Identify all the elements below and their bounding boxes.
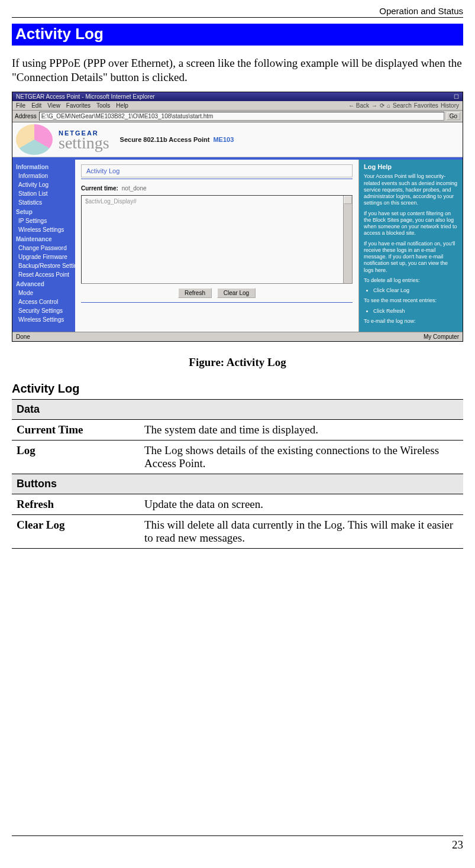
- browser-addressbar: Address E:\G_OEM\NetGear\ME103B82_1\O\ME…: [12, 111, 463, 122]
- running-header: Operation and Status: [12, 6, 463, 16]
- home-icon[interactable]: ⌂: [387, 102, 390, 109]
- intro-paragraph: If using PPPoE (PPP over Ethernet), a sc…: [12, 56, 463, 85]
- menu-edit[interactable]: Edit: [31, 102, 41, 109]
- log-text: $activLog_Display#: [85, 198, 137, 205]
- help-p2: If you have set up content filtering on …: [364, 210, 458, 237]
- browser-statusbar: Done My Computer: [12, 332, 463, 341]
- row-val-log: The Log shows details of the existing co…: [140, 441, 463, 474]
- brand-settings-label: settings: [59, 137, 109, 150]
- address-input[interactable]: E:\G_OEM\NetGear\ME103B82_1\O\ME103_108\…: [39, 112, 444, 121]
- netgear-logo-icon: [16, 124, 53, 155]
- center-panel: Activity Log Current time: not_done $act…: [75, 160, 359, 332]
- footer-rule: [12, 835, 463, 836]
- scrollbar[interactable]: [343, 196, 352, 283]
- product-line: Secure 802.11b Access Point: [120, 136, 210, 143]
- sidebar-header-maintenance: Maintenance: [12, 234, 75, 244]
- sidebar-item-security-settings[interactable]: Security Settings: [12, 306, 75, 315]
- sidebar-item-activity-log[interactable]: Activity Log: [12, 180, 75, 189]
- menu-favorites[interactable]: Favorites: [66, 102, 91, 109]
- row-key-clear-log: Clear Log: [12, 515, 140, 549]
- page-number: 23: [12, 838, 463, 851]
- clear-log-button[interactable]: Clear Log: [217, 288, 256, 298]
- help-p4: To delete all log entries:: [364, 277, 458, 284]
- help-panel: Log Help Your Access Point will log secu…: [359, 160, 463, 332]
- menu-help[interactable]: Help: [116, 102, 128, 109]
- sidebar-item-information[interactable]: Information: [12, 171, 75, 180]
- current-time-label: Current time:: [81, 185, 118, 192]
- row-val-clear-log: This will delete all data currently in t…: [140, 515, 463, 549]
- row-key-log: Log: [12, 441, 140, 474]
- sidebar-item-ip-settings[interactable]: IP Settings: [12, 216, 75, 225]
- status-left: Done: [16, 333, 30, 340]
- activity-log-table: Data Current Time The system date and ti…: [12, 399, 463, 549]
- go-button[interactable]: Go: [447, 112, 460, 120]
- help-p5: To see the most recent entries:: [364, 297, 458, 304]
- browser-menubar: File Edit View Favorites Tools Help ← Ba…: [12, 101, 463, 111]
- sidebar-item-statistics[interactable]: Statistics: [12, 198, 75, 207]
- activity-log-screenshot: NETGEAR Access Point - Microsoft Interne…: [12, 92, 463, 342]
- table-row: Current Time The system date and time is…: [12, 420, 463, 441]
- favorites-button[interactable]: Favorites: [414, 102, 438, 109]
- sidebar-item-reset-access-point[interactable]: Reset Access Point: [12, 270, 75, 279]
- table-row: Log The Log shows details of the existin…: [12, 441, 463, 474]
- current-time-value: not_done: [122, 185, 147, 192]
- figure-caption: Figure: Activity Log: [12, 356, 463, 369]
- forward-button[interactable]: →: [371, 102, 377, 109]
- help-p3: If you have e-mail notification on, you'…: [364, 241, 458, 274]
- menu-tools[interactable]: Tools: [96, 102, 110, 109]
- sidebar-header-advanced: Advanced: [12, 279, 75, 289]
- divider: [81, 179, 353, 179]
- page-title: Activity Log: [12, 24, 463, 46]
- sidebar-nav: Information Information Activity Log Sta…: [12, 160, 75, 332]
- menu-file[interactable]: File: [16, 102, 25, 109]
- table-row: Clear Log This will delete all data curr…: [12, 515, 463, 549]
- close-icon: ☐: [454, 93, 459, 100]
- refresh-button[interactable]: Refresh: [178, 288, 212, 298]
- help-bullet-refresh: Click Refresh: [373, 308, 458, 315]
- help-title: Log Help: [364, 163, 458, 171]
- menu-view[interactable]: View: [47, 102, 60, 109]
- address-label: Address: [15, 113, 37, 119]
- product-model: ME103: [213, 136, 234, 143]
- sidebar-item-access-control[interactable]: Access Control: [12, 297, 75, 306]
- sidebar-header-information: Information: [12, 162, 75, 171]
- table-section-data: Data: [12, 400, 463, 420]
- sidebar-item-wireless-settings[interactable]: Wireless Settings: [12, 225, 75, 234]
- status-right: My Computer: [424, 333, 459, 340]
- table-section-buttons: Buttons: [12, 474, 463, 494]
- sidebar-item-station-list[interactable]: Station List: [12, 189, 75, 198]
- history-button[interactable]: History: [441, 102, 459, 109]
- help-p1: Your Access Point will log security-rela…: [364, 173, 458, 206]
- sidebar-item-mode[interactable]: Mode: [12, 289, 75, 297]
- sidebar-item-change-password[interactable]: Change Password: [12, 244, 75, 252]
- sidebar-item-backup-restore[interactable]: Backup/Restore Settings: [12, 261, 75, 270]
- log-textarea[interactable]: $activLog_Display#: [81, 195, 353, 284]
- help-bullet-clear: Click Clear Log: [373, 287, 458, 294]
- help-p6: To e-mail the log now:: [364, 318, 458, 325]
- sidebar-item-wireless-settings-adv[interactable]: Wireless Settings: [12, 315, 75, 324]
- refresh-icon[interactable]: ⟳: [380, 102, 384, 109]
- browser-titlebar: NETGEAR Access Point - Microsoft Interne…: [12, 92, 463, 101]
- table-heading: Activity Log: [12, 382, 463, 396]
- browser-window-title: NETGEAR Access Point - Microsoft Interne…: [16, 93, 155, 100]
- netgear-banner: NETGEAR settings Secure 802.11b Access P…: [12, 122, 463, 157]
- row-val-refresh: Update the data on screen.: [140, 494, 463, 515]
- table-row: Refresh Update the data on screen.: [12, 494, 463, 515]
- center-tab: Activity Log: [81, 164, 353, 177]
- back-button[interactable]: ← Back: [348, 102, 369, 109]
- row-key-refresh: Refresh: [12, 494, 140, 515]
- center-tab-title: Activity Log: [86, 167, 119, 174]
- row-key-current-time: Current Time: [12, 420, 140, 441]
- header-rule: [12, 17, 463, 18]
- sidebar-header-setup: Setup: [12, 207, 75, 216]
- search-button[interactable]: Search: [393, 102, 412, 109]
- sidebar-item-upgrade-firmware[interactable]: Upgrade Firmware: [12, 252, 75, 261]
- row-val-current-time: The system date and time is displayed.: [140, 420, 463, 441]
- divider-bottom: [81, 302, 353, 303]
